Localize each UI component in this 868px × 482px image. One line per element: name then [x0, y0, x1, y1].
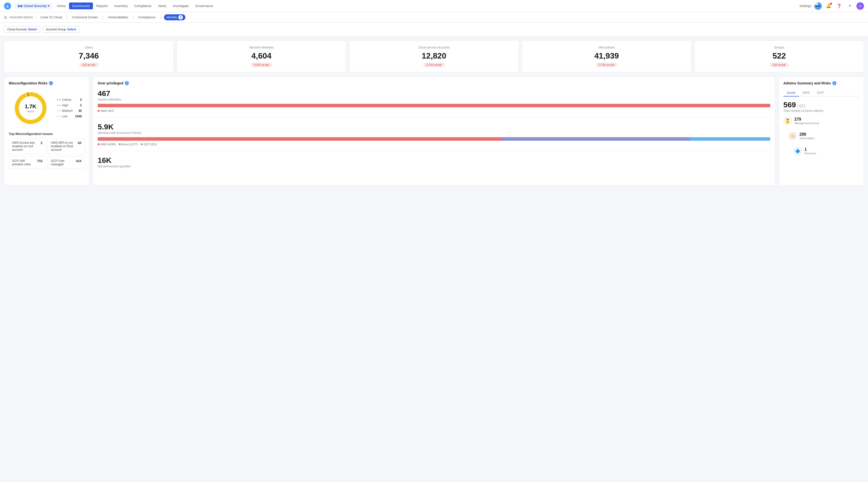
- stat-users-label: Users: [85, 46, 93, 49]
- excessive-legend-aws-label: AWS (4249): [101, 143, 116, 146]
- admins-total-denom: / 621: [797, 104, 806, 108]
- misconfig-issue-3-label: GCP User managed: [51, 159, 74, 166]
- stat-machine-identities[interactable]: Machine identities 4,604 4,042 at risk: [177, 40, 346, 72]
- nav-menu: Home Dashboards Reports Inventory Compli…: [54, 2, 798, 9]
- tab-code-to-cloud-menu[interactable]: ⋮: [65, 15, 69, 20]
- subscription-value: 289: [800, 132, 815, 137]
- nav-dashboards[interactable]: Dashboards: [69, 2, 93, 9]
- misconfig-issue-2[interactable]: GCP IAM primitive roles 733: [9, 156, 46, 169]
- legend-high-name: High: [62, 103, 73, 107]
- stat-iam-label: IAM policies: [598, 46, 615, 49]
- nav-right-actions: Settings 80% 🔔 ❓ ✦ U: [800, 2, 864, 10]
- tree-management-group: 🏅 279 Management Group: [783, 117, 859, 125]
- user-avatar[interactable]: U: [857, 2, 864, 10]
- excessive-legend-aws: AWS (4249): [98, 143, 116, 146]
- legend-critical: Critical 0: [57, 98, 82, 101]
- excessive-seg-aws: [98, 137, 501, 141]
- nav-governance[interactable]: Governance: [192, 2, 216, 9]
- tab-command-center-menu[interactable]: ⋮: [100, 15, 105, 20]
- stat-users-value: 7,346: [79, 51, 99, 61]
- stat-users[interactable]: Users 7,346 533 at risk: [4, 40, 174, 72]
- excessive-seg-gcp: [690, 137, 770, 141]
- excessive-bar-wrap: [98, 137, 770, 141]
- inactive-label: Inactive Identities: [98, 98, 770, 101]
- misconfig-issue-3[interactable]: GCP User managed 424: [48, 156, 85, 169]
- tab-vulnerabilities[interactable]: Vulnerabilities: [106, 15, 130, 19]
- account-group-filter[interactable]: Account Group Select: [43, 26, 80, 33]
- admins-tabs: Azure AWS GCP: [783, 89, 859, 96]
- tab-code-to-cloud[interactable]: Code To Cloud: [39, 15, 64, 19]
- stat-groups[interactable]: Groups 522 162 at risk: [694, 40, 864, 72]
- notifications-button[interactable]: 🔔: [825, 2, 832, 10]
- stat-iam-policies[interactable]: IAM policies 41,939 2,791 at risk: [522, 40, 691, 72]
- tab-vulnerabilities-menu[interactable]: ⋮: [131, 15, 135, 20]
- app-logo[interactable]: ▲: [4, 2, 11, 9]
- management-group-info: 279 Management Group: [795, 117, 819, 125]
- admins-summary-panel: Admins Summary and Risks i Azure AWS GCP…: [779, 77, 864, 185]
- misconfiguration-info-icon[interactable]: i: [49, 81, 53, 85]
- excessive-seg-azure: [501, 137, 690, 141]
- stat-csa-label: Cloud service accounts: [418, 46, 450, 49]
- donut-legend: Critical 0 High 2 Medium 30: [57, 98, 82, 118]
- brand-dropdown-icon: ▾: [48, 4, 50, 8]
- legend-high: High 2: [57, 103, 82, 107]
- brand-icon: ◈◈: [18, 4, 23, 8]
- over-privileged-info-icon[interactable]: i: [125, 81, 129, 85]
- settings-link[interactable]: Settings: [800, 4, 811, 8]
- over-privileged-title: Over privileged i: [98, 81, 770, 85]
- admins-total-wrap: 569 / 621: [783, 100, 859, 109]
- misconfig-issue-0-count: 2: [41, 141, 42, 145]
- misconfig-issue-1[interactable]: AWS MFA is not enabled on Root account 3…: [48, 138, 85, 154]
- legend-low: Low 1668: [57, 115, 82, 118]
- tab-aws[interactable]: AWS: [799, 89, 813, 96]
- subscription-icon: ⭐: [788, 132, 797, 140]
- nav-investigate[interactable]: Investigate: [170, 2, 192, 9]
- tab-compliance[interactable]: Compliance: [136, 15, 157, 19]
- tab-gcp[interactable]: GCP: [813, 89, 827, 96]
- account-group-select[interactable]: Select: [67, 28, 76, 31]
- excessive-legend: AWS (4249) Azure (1377) GCP (231): [98, 143, 770, 146]
- legend-medium-name: Medium: [62, 109, 73, 113]
- nav-home[interactable]: Home: [54, 2, 69, 9]
- legend-low-count: 1668: [74, 115, 82, 118]
- stats-row: Users 7,346 533 at risk Machine identiti…: [4, 40, 864, 72]
- ai-assistant-button[interactable]: ✦: [846, 2, 854, 10]
- tree-line-2: [793, 143, 859, 147]
- tab-identity[interactable]: Identity 3: [164, 14, 185, 20]
- main-content: Users 7,346 533 at risk Machine identiti…: [0, 36, 868, 189]
- cloud-account-select[interactable]: Select: [28, 28, 37, 31]
- cloud-account-filter[interactable]: Cloud Account Select: [4, 26, 40, 33]
- nav-compliance[interactable]: Compliance: [131, 2, 155, 9]
- management-group-label: Management Group: [795, 122, 819, 125]
- account-group-label: Account Group: [46, 28, 66, 31]
- excessive-legend-gcp-label: GCP (231): [144, 143, 157, 146]
- misconfig-issue-0[interactable]: AWS Access key enabled on root account 2: [9, 138, 46, 154]
- misconfig-issue-1-count: 30: [78, 141, 82, 145]
- legend-high-count: 2: [74, 103, 82, 107]
- admins-info-icon[interactable]: i: [832, 81, 836, 85]
- brand-selector[interactable]: ◈◈ Cloud Security ▾: [15, 3, 52, 9]
- top-navigation: ▲ ◈◈ Cloud Security ▾ Home Dashboards Re…: [0, 0, 868, 12]
- nav-alerts[interactable]: Alerts: [155, 2, 169, 9]
- donut-chart: 1.7K Alerts: [12, 89, 50, 127]
- identity-badge: 3: [178, 15, 183, 20]
- tab-azure[interactable]: Azure: [783, 89, 799, 96]
- nav-reports[interactable]: Reports: [93, 2, 111, 9]
- tab-compliance-menu[interactable]: ⋮: [158, 15, 163, 20]
- legend-critical-name: Critical: [62, 98, 73, 101]
- misconfig-issue-2-count: 733: [37, 159, 42, 163]
- resource-value: 1: [804, 147, 816, 152]
- top-issues-title: Top Misconfiguration Issues: [9, 132, 85, 136]
- stat-cloud-service-accounts[interactable]: Cloud service accounts 12,820 3,752 at r…: [349, 40, 519, 72]
- tab-command-center[interactable]: Command Center: [70, 15, 99, 19]
- legend-medium: Medium 30: [57, 109, 82, 113]
- stat-groups-risk: 162 at risk: [770, 63, 788, 67]
- over-privileged-panel: Over privileged i 467 Inactive Identitie…: [93, 77, 775, 185]
- inactive-value: 467: [98, 89, 770, 98]
- excessive-dot-aws: [98, 143, 100, 145]
- misconfig-issue-1-label: AWS MFA is not enabled on Root account: [51, 141, 76, 152]
- nav-inventory[interactable]: Inventory: [111, 2, 131, 9]
- help-button[interactable]: ❓: [835, 2, 843, 10]
- tree-line-1: [787, 128, 859, 132]
- resource-label: Resource: [804, 152, 816, 155]
